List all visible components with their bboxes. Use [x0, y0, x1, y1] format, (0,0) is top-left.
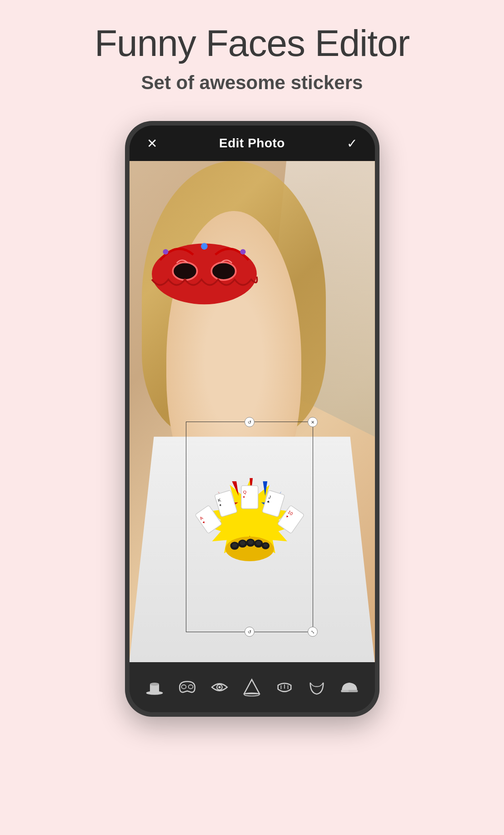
- close-button[interactable]: ✕: [143, 136, 161, 151]
- svg-point-6: [240, 249, 245, 255]
- svg-point-51: [181, 685, 186, 689]
- tool-nose[interactable]: [237, 674, 267, 700]
- app-title: Funny Faces Editor: [95, 23, 409, 64]
- svg-point-50: [150, 683, 159, 686]
- tool-hat[interactable]: [140, 674, 170, 700]
- edit-photo-bar: ✕ Edit Photo ✓: [130, 126, 375, 161]
- svg-rect-61: [341, 690, 349, 692]
- phone-mockup: ✕ Edit Photo ✓: [125, 121, 379, 717]
- page-header: Funny Faces Editor Set of awesome sticke…: [95, 23, 409, 94]
- svg-text:Q: Q: [243, 490, 246, 495]
- svg-point-52: [188, 685, 193, 689]
- bottom-toolbar: [130, 662, 375, 712]
- playing-cards-sticker: A ♥ K ♠ Q ♦: [192, 432, 307, 622]
- svg-marker-55: [245, 679, 260, 694]
- svg-point-5: [163, 249, 168, 255]
- tool-mask[interactable]: [172, 674, 202, 700]
- app-subtitle: Set of awesome stickers: [95, 72, 409, 94]
- tool-eye[interactable]: [205, 674, 235, 700]
- rotate-handle-top[interactable]: ↺: [245, 417, 254, 427]
- sticker-container[interactable]: ↺ ✕ ↺ ⤡: [186, 422, 314, 632]
- svg-point-29: [240, 541, 245, 546]
- svg-point-32: [263, 544, 268, 548]
- svg-point-30: [248, 540, 253, 545]
- rotate-handle-bottom[interactable]: ↺: [245, 627, 254, 637]
- face-mask-sticker: [149, 201, 259, 342]
- tool-cap[interactable]: [334, 674, 364, 700]
- svg-point-31: [256, 541, 261, 546]
- phone-inner: ✕ Edit Photo ✓: [130, 126, 375, 712]
- svg-point-54: [219, 686, 221, 689]
- svg-text:♦: ♦: [243, 495, 245, 499]
- photo-area[interactable]: ↺ ✕ ↺ ⤡: [130, 161, 375, 662]
- photo-background: ↺ ✕ ↺ ⤡: [130, 161, 375, 662]
- edit-photo-title: Edit Photo: [219, 136, 285, 151]
- tool-beard[interactable]: [302, 674, 332, 700]
- tool-mouth[interactable]: [269, 674, 299, 700]
- svg-point-7: [201, 243, 208, 250]
- confirm-button[interactable]: ✓: [343, 136, 361, 151]
- svg-point-28: [232, 543, 237, 548]
